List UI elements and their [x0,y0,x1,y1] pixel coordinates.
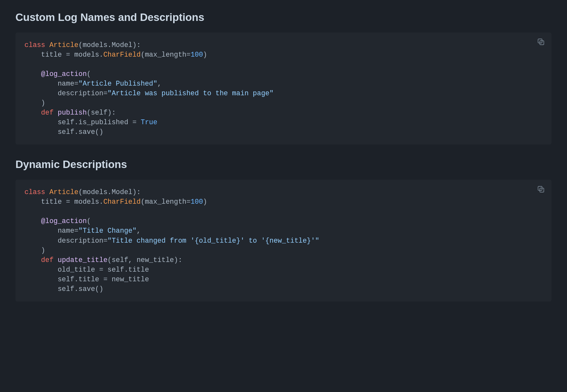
code-token [24,217,41,225]
code-token: description [24,237,103,245]
code-block: class Article(models.Model): title = mod… [15,33,552,145]
code-token [53,256,58,264]
code-token: = [186,51,191,59]
code-token: 100 [191,51,203,59]
code-token: (models.Model): [79,41,141,49]
code-token: description [24,89,103,97]
code-token: self.title [103,266,149,274]
code-token: , [136,227,141,235]
code-token: "Title changed from '{old_title}' to '{n… [107,237,319,245]
code-token: = [66,198,70,206]
code-token: ( [87,70,91,78]
code-token [53,109,58,117]
code-token [136,118,141,126]
code-token: CharField [103,198,141,206]
code-token: ) [203,198,207,206]
code-token: self.save() [24,128,103,136]
code-token: , [157,80,162,88]
code-token: = [66,51,70,59]
code-token: update_title [58,256,107,264]
code-token: new_title [107,275,149,283]
code-token: name [24,227,74,235]
code-token: self.save() [24,285,103,293]
code-token: = [103,237,107,245]
code-token: def [41,256,54,264]
code-token: self.title [24,275,103,283]
code-token [45,41,50,49]
code-token: 100 [191,198,203,206]
code-token: = [186,198,191,206]
section-heading: Custom Log Names and Descriptions [15,10,552,25]
code-token: Article [49,188,78,196]
code-token: = [99,266,103,274]
code-token: ( [87,217,91,225]
code-token [24,256,41,264]
copy-icon [537,38,544,46]
code-token: class [24,41,45,49]
code-token: = [103,89,107,97]
code-block: class Article(models.Model): title = mod… [15,180,552,302]
code-token: ) [24,99,45,107]
code-token [24,70,41,78]
code-token: = [74,80,79,88]
code-token: publish [58,109,87,117]
code-token: @log_action [41,70,87,78]
code-token [45,188,50,196]
code-token: name [24,80,74,88]
code-token: title [24,198,66,206]
code-token: ) [203,51,207,59]
code-token: Article [49,41,78,49]
code-content: class Article(models.Model): title = mod… [24,187,543,294]
code-token: = [103,275,107,283]
copy-icon [537,186,544,194]
code-token: title [24,51,66,59]
code-token: True [141,118,157,126]
copy-button[interactable] [535,184,546,195]
code-token: old_title [24,266,99,274]
section-heading: Dynamic Descriptions [15,157,552,172]
code-token: (max_length [141,198,186,206]
code-token: (max_length [141,51,186,59]
code-content: class Article(models.Model): title = mod… [24,40,543,137]
code-token: models. [70,198,103,206]
code-token: = [74,227,79,235]
code-token: (models.Model): [79,188,141,196]
code-token: @log_action [41,217,87,225]
code-token: "Title Change" [79,227,137,235]
code-token: class [24,188,45,196]
code-token: self.is_published [24,118,132,126]
code-token: = [132,118,136,126]
code-token: "Article Published" [79,80,157,88]
code-token: "Article was published to the main page" [107,89,274,97]
code-token [24,109,41,117]
copy-button[interactable] [535,37,546,48]
code-token: models. [70,51,103,59]
code-token: (self): [87,109,116,117]
code-token: def [41,109,54,117]
code-token: ) [24,247,45,254]
code-token: CharField [103,51,141,59]
code-token: (self, new_title): [107,256,182,264]
